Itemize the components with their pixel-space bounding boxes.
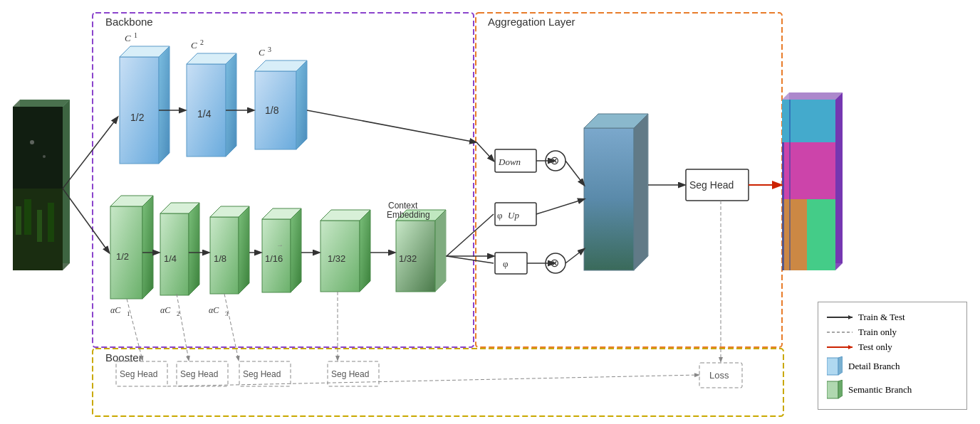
svg-text:Seg Head: Seg Head xyxy=(243,369,281,379)
svg-rect-93 xyxy=(789,100,791,270)
svg-marker-142 xyxy=(838,380,843,398)
aggregation-block xyxy=(584,114,648,270)
svg-text:Down: Down xyxy=(498,157,521,167)
input-image xyxy=(13,100,70,270)
svg-text:Aggregation Layer: Aggregation Layer xyxy=(488,16,575,28)
detail-c1-block: 1/2 C 1 xyxy=(120,31,170,164)
svg-text:C: C xyxy=(125,33,131,43)
svg-text:1/4: 1/4 xyxy=(197,108,212,120)
legend-detail-branch: Detail Branch xyxy=(827,356,958,376)
legend-test-only: Test only xyxy=(827,341,958,353)
svg-rect-12 xyxy=(13,107,63,189)
svg-text:Context: Context xyxy=(388,201,418,211)
svg-text:Embedding: Embedding xyxy=(387,210,430,220)
svg-text:Backbone: Backbone xyxy=(105,16,153,28)
svg-marker-11 xyxy=(13,100,70,107)
svg-rect-141 xyxy=(827,381,838,398)
phi-up-box: φ Up xyxy=(495,203,536,226)
svg-rect-139 xyxy=(827,358,838,375)
output-image xyxy=(782,92,843,270)
svg-marker-45 xyxy=(189,203,199,295)
svg-marker-39 xyxy=(142,196,153,299)
legend-semantic-label: Semantic Branch xyxy=(848,384,912,396)
svg-text:1/8: 1/8 xyxy=(214,253,226,264)
svg-marker-51 xyxy=(239,206,249,294)
svg-rect-17 xyxy=(24,199,31,235)
svg-marker-10 xyxy=(63,100,70,270)
svg-text:Up: Up xyxy=(508,210,519,221)
legend-detail-label: Detail Branch xyxy=(848,361,900,372)
seg-head-main: Seg Head xyxy=(686,169,749,201)
legend-train-test-label: Train & Test xyxy=(858,312,905,323)
svg-rect-16 xyxy=(16,206,21,235)
legend-train-only: Train only xyxy=(827,327,958,338)
svg-text:αC: αC xyxy=(160,305,171,315)
svg-text:1/2: 1/2 xyxy=(130,112,145,123)
legend-test-only-label: Test only xyxy=(858,341,892,353)
svg-marker-138 xyxy=(848,345,853,349)
svg-marker-82 xyxy=(634,114,648,270)
svg-text:Seg Head: Seg Head xyxy=(331,369,369,379)
svg-marker-61 xyxy=(360,210,370,292)
svg-rect-19 xyxy=(48,203,54,242)
svg-text:1/4: 1/4 xyxy=(164,253,177,264)
svg-marker-21 xyxy=(159,46,170,164)
svg-text:1/16: 1/16 xyxy=(265,253,283,264)
svg-text:1: 1 xyxy=(134,31,137,39)
svg-text:αC: αC xyxy=(209,305,219,315)
svg-text:Loss: Loss xyxy=(709,370,729,381)
svg-text:φ: φ xyxy=(503,258,509,269)
svg-text:3: 3 xyxy=(268,46,271,53)
legend-semantic-branch: Semantic Branch xyxy=(827,380,958,400)
svg-rect-20 xyxy=(120,57,159,164)
svg-rect-92 xyxy=(782,142,784,270)
svg-text:Seg Head: Seg Head xyxy=(689,179,734,191)
svg-marker-140 xyxy=(838,356,843,375)
svg-text:2: 2 xyxy=(200,38,204,46)
svg-marker-33 xyxy=(296,60,307,149)
svg-text:1/8: 1/8 xyxy=(265,105,279,116)
semantic-116-block: 1/16 xyxy=(262,208,301,292)
down-box: Down xyxy=(495,149,536,172)
svg-marker-95 xyxy=(782,92,843,100)
svg-text:C: C xyxy=(191,40,197,51)
svg-marker-94 xyxy=(835,92,843,270)
svg-rect-75 xyxy=(495,253,527,274)
svg-rect-91 xyxy=(807,199,835,270)
svg-point-15 xyxy=(43,155,46,158)
svg-text:C: C xyxy=(259,47,265,58)
svg-text:αC: αC xyxy=(110,305,121,315)
svg-text:1/32: 1/32 xyxy=(328,253,345,264)
legend-train-test: Train & Test xyxy=(827,312,958,323)
phi-box: φ xyxy=(495,253,527,274)
svg-text:→: → xyxy=(276,241,283,249)
svg-marker-65 xyxy=(435,210,446,292)
svg-text:1: 1 xyxy=(127,310,130,317)
semantic-132-block: 1/32 xyxy=(320,210,370,292)
svg-text:1/32: 1/32 xyxy=(399,253,417,264)
svg-point-14 xyxy=(30,140,34,144)
svg-text:1/2: 1/2 xyxy=(116,251,129,262)
detail-c2-block: 1/4 C 2 xyxy=(187,38,236,157)
loss-box: Loss xyxy=(699,363,742,388)
svg-text:φ: φ xyxy=(497,210,503,221)
svg-text:2: 2 xyxy=(177,310,180,317)
svg-rect-18 xyxy=(37,210,42,242)
svg-marker-27 xyxy=(226,53,236,157)
svg-marker-135 xyxy=(848,315,853,319)
diagram-container: Backbone Aggregation Layer Booster xyxy=(0,0,980,424)
svg-text:Seg Head: Seg Head xyxy=(120,369,157,379)
svg-rect-90 xyxy=(782,199,807,270)
legend-train-only-label: Train only xyxy=(858,327,897,338)
legend-box: Train & Test Train only Test only Detail… xyxy=(818,302,967,410)
svg-marker-57 xyxy=(291,208,301,292)
svg-rect-81 xyxy=(584,128,634,270)
svg-text:Seg Head: Seg Head xyxy=(180,369,218,379)
